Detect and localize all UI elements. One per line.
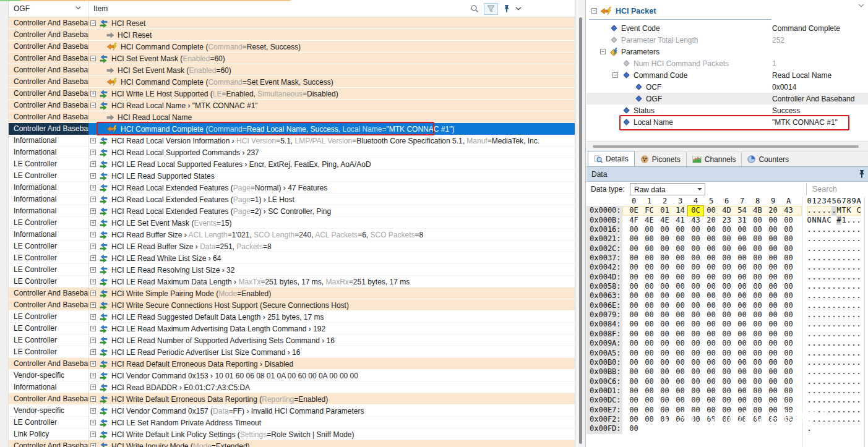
byte[interactable]: 00 bbox=[672, 310, 688, 320]
expand-expander[interactable]: + bbox=[90, 326, 96, 331]
expand-expander[interactable]: + bbox=[90, 432, 96, 437]
byte[interactable]: 00 bbox=[672, 273, 688, 282]
byte[interactable]: 00 bbox=[734, 367, 750, 377]
byte[interactable]: 00 bbox=[750, 263, 765, 272]
byte[interactable]: 00 bbox=[688, 377, 703, 386]
collapse-expander[interactable]: − bbox=[90, 20, 96, 26]
byte[interactable]: 00 bbox=[734, 291, 750, 300]
byte[interactable]: 00 bbox=[781, 282, 796, 291]
byte[interactable]: 00 bbox=[781, 396, 796, 405]
hex-row[interactable]: 0x0063:0000000000000000000000........... bbox=[587, 291, 868, 300]
ogf-cell[interactable]: Informational bbox=[9, 381, 88, 393]
hex-row[interactable]: 0x008F:0000000000000000000000........... bbox=[587, 330, 868, 339]
byte[interactable]: 00 bbox=[765, 282, 781, 291]
tree-root-row[interactable]: − HCI Packet bbox=[591, 5, 656, 17]
byte[interactable]: 00 bbox=[703, 367, 719, 377]
hex-row[interactable]: 0x00A5:0000000000000000000000........... bbox=[587, 349, 868, 358]
byte[interactable]: 00 bbox=[734, 273, 750, 282]
byte[interactable]: 00 bbox=[750, 291, 765, 300]
expand-expander[interactable]: + bbox=[90, 291, 96, 296]
byte[interactable]: 00 bbox=[703, 320, 719, 329]
byte[interactable]: 00 bbox=[734, 263, 750, 272]
ogf-cell[interactable]: LE Controller bbox=[9, 334, 88, 346]
byte[interactable]: 00 bbox=[657, 253, 672, 263]
byte[interactable]: 00 bbox=[734, 330, 750, 339]
byte[interactable]: 00 bbox=[734, 320, 750, 329]
expand-expander[interactable]: + bbox=[90, 244, 96, 249]
chevron-down-icon[interactable] bbox=[515, 7, 522, 11]
byte[interactable]: 00 bbox=[719, 330, 734, 339]
byte[interactable]: 00 bbox=[734, 386, 750, 396]
ogf-cell[interactable]: Vendor-specific bbox=[9, 405, 88, 417]
byte[interactable]: 00 bbox=[781, 377, 796, 386]
byte[interactable]: 00 bbox=[765, 339, 781, 348]
item-cell[interactable]: +HCI Vendor Command 0x157 (Data=FF) › In… bbox=[88, 405, 575, 417]
byte[interactable]: 00 bbox=[765, 216, 781, 225]
byte[interactable]: 00 bbox=[719, 386, 734, 396]
byte[interactable]: 00 bbox=[719, 234, 734, 244]
byte[interactable]: 00 bbox=[719, 367, 734, 377]
byte[interactable]: 00 bbox=[719, 339, 734, 348]
tree-row-status[interactable]: StatusSuccess bbox=[587, 104, 868, 116]
byte[interactable]: 00 bbox=[703, 377, 719, 386]
ogf-cell[interactable]: Controller And Baseband bbox=[9, 393, 88, 405]
expand-expander[interactable]: + bbox=[90, 161, 96, 167]
table-row[interactable]: Informational+HCI Read Local Extended Fe… bbox=[0, 205, 575, 217]
byte[interactable]: 00 bbox=[688, 320, 703, 329]
byte[interactable]: 00 bbox=[734, 349, 750, 358]
table-row[interactable]: Controller And Baseband+HCI Write Defaul… bbox=[0, 393, 575, 405]
byte[interactable]: 00 bbox=[642, 358, 657, 367]
byte[interactable]: 00 bbox=[642, 415, 657, 424]
byte[interactable]: 00 bbox=[672, 244, 688, 253]
ogf-cell[interactable]: Informational bbox=[9, 205, 88, 217]
expand-expander[interactable]: + bbox=[90, 232, 96, 237]
table-row[interactable]: Controller And Baseband−HCI Read Local N… bbox=[0, 100, 575, 111]
byte[interactable]: 00 bbox=[765, 263, 781, 272]
expand-expander[interactable]: + bbox=[90, 396, 96, 402]
byte[interactable]: 00 bbox=[657, 244, 672, 253]
byte[interactable]: 00 bbox=[719, 263, 734, 272]
expand-expander[interactable]: + bbox=[90, 338, 96, 343]
byte[interactable]: 00 bbox=[750, 377, 765, 386]
byte[interactable]: 00 bbox=[688, 339, 703, 348]
table-row[interactable]: LE Controller+HCI LE Set Event Mask (Eve… bbox=[0, 217, 575, 229]
byte[interactable]: 00 bbox=[642, 349, 657, 358]
byte[interactable]: 00 bbox=[626, 320, 642, 329]
byte[interactable]: 00 bbox=[672, 282, 688, 291]
byte[interactable]: 4F bbox=[626, 216, 642, 225]
table-row[interactable]: Vendor-specific+HCI Vendor Command 0x153… bbox=[0, 370, 575, 381]
byte[interactable]: 00 bbox=[750, 386, 765, 396]
byte[interactable]: 00 bbox=[765, 225, 781, 234]
tab-details[interactable]: Details bbox=[588, 151, 635, 166]
table-row[interactable]: LE Controller+HCI LE Read Periodic Adver… bbox=[0, 346, 575, 358]
table-row[interactable]: LE Controller+HCI LE Read Maximum Data L… bbox=[0, 276, 575, 287]
item-cell[interactable]: +HCI Vendor Command 0x153 › 10 01 60 06 … bbox=[88, 370, 575, 381]
byte[interactable]: 00 bbox=[719, 282, 734, 291]
table-row[interactable]: Controller And Baseband+HCI Write LE Hos… bbox=[0, 88, 575, 100]
byte[interactable]: 00 bbox=[672, 367, 688, 377]
panel-collapse-icon[interactable] bbox=[858, 4, 864, 7]
ogf-cell[interactable]: Informational bbox=[9, 194, 88, 205]
collapse-expander[interactable]: − bbox=[600, 49, 606, 54]
vertical-scrollbar[interactable] bbox=[575, 0, 586, 447]
hex-row[interactable]: 0x00FD:00. bbox=[587, 424, 868, 433]
byte[interactable]: 4B bbox=[750, 206, 765, 215]
byte[interactable]: 00 bbox=[657, 320, 672, 329]
byte[interactable]: 00 bbox=[642, 234, 657, 244]
byte[interactable]: 00 bbox=[719, 291, 734, 300]
byte[interactable]: 00 bbox=[626, 358, 642, 367]
combo-dropdown-button[interactable] bbox=[695, 184, 705, 195]
collapse-expander[interactable]: − bbox=[90, 56, 96, 61]
byte[interactable]: 00 bbox=[672, 406, 688, 415]
hex-row[interactable]: 0x0016:0000000000000000000000........... bbox=[587, 225, 868, 234]
byte[interactable]: 00 bbox=[672, 349, 688, 358]
table-row[interactable]: Controller And Baseband−HCI Set Event Ma… bbox=[0, 53, 575, 64]
expand-expander[interactable]: + bbox=[90, 220, 96, 226]
byte[interactable]: 00 bbox=[657, 396, 672, 405]
byte[interactable]: 00 bbox=[642, 263, 657, 272]
table-row[interactable]: LE Controller+HCI LE Read Buffer Size › … bbox=[0, 241, 575, 252]
byte[interactable]: 00 bbox=[703, 310, 719, 320]
byte[interactable]: 43 bbox=[688, 216, 703, 225]
byte[interactable]: 00 bbox=[626, 330, 642, 339]
byte[interactable]: 00 bbox=[703, 349, 719, 358]
